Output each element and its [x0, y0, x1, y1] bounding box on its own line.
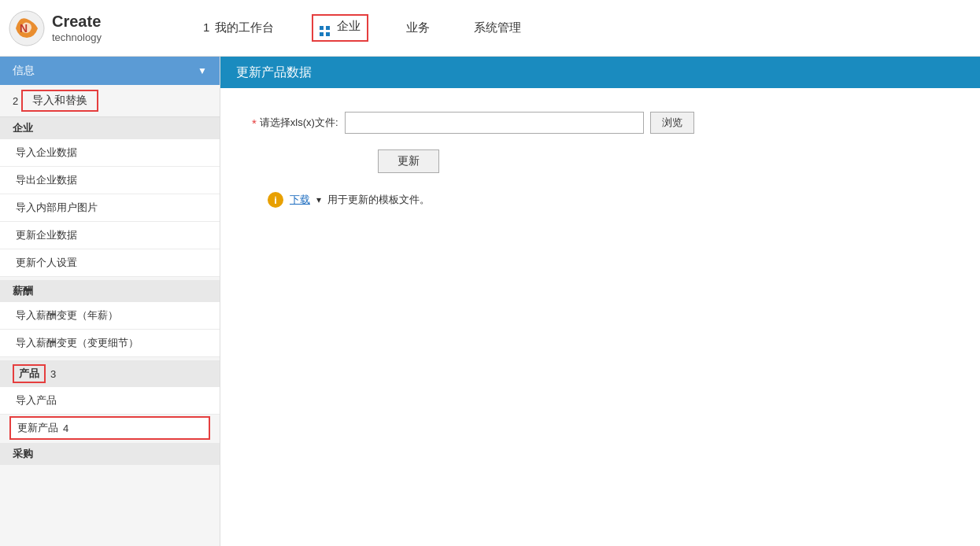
- import-switch-section: 2 导入和替换: [0, 85, 220, 117]
- info-icon: i: [268, 192, 283, 208]
- section-product-number: 3: [50, 368, 56, 380]
- import-switch-number: 2: [13, 95, 18, 107]
- nav-system[interactable]: 系统管理: [468, 17, 527, 39]
- workbench-label: 我的工作台: [215, 20, 274, 34]
- nav-workbench[interactable]: 1 我的工作台: [197, 17, 280, 39]
- sidebar-header-label: 信息: [13, 64, 35, 78]
- download-row: i 下载 ▾ 用于更新的模板文件。: [268, 192, 949, 208]
- nav-enterprise[interactable]: 企业: [312, 14, 368, 42]
- svg-text:N: N: [20, 22, 28, 35]
- sidebar-header: 信息 ▼: [0, 57, 220, 85]
- logo-create-text: Create: [52, 11, 102, 31]
- nav-items: 1 我的工作台 企业 业务 系统管理: [197, 14, 527, 42]
- sidebar-item-import-enterprise[interactable]: 导入企业数据: [0, 139, 220, 167]
- content-body: * 请选择xls(x)文件: 浏览 更新 i 下载: [220, 88, 980, 546]
- content-title: 更新产品数据: [236, 65, 312, 81]
- sidebar-item-import-salary-annual[interactable]: 导入薪酬变更（年薪）: [0, 302, 220, 330]
- download-description: 用于更新的模板文件。: [327, 193, 430, 207]
- sidebar-dropdown-icon[interactable]: ▼: [198, 65, 207, 76]
- logo-technology-text: technology: [52, 31, 102, 45]
- file-label: 请选择xls(x)文件:: [260, 116, 338, 130]
- section-enterprise-row: 企业: [0, 117, 220, 139]
- workbench-number: 1: [203, 20, 209, 34]
- content-header: 更新产品数据: [220, 57, 980, 88]
- section-salary-row: 薪酬: [0, 280, 220, 302]
- sidebar-item-update-enterprise[interactable]: 更新企业数据: [0, 222, 220, 249]
- sidebar-item-import-salary-detail[interactable]: 导入薪酬变更（变更细节）: [0, 330, 220, 357]
- download-arrow-icon[interactable]: ▾: [316, 194, 321, 205]
- required-star: *: [252, 116, 257, 130]
- section-product-row: 产品 3: [0, 360, 220, 387]
- main-layout: 信息 ▼ 2 导入和替换 企业 导入企业数据 导出企业数据 导入内部用户图片 更…: [0, 57, 980, 546]
- section-product-label: 产品: [13, 364, 46, 383]
- content-area: 更新产品数据 * 请选择xls(x)文件: 浏览 更新 i: [220, 57, 980, 546]
- sidebar-item-import-user-pics[interactable]: 导入内部用户图片: [0, 194, 220, 222]
- browse-button[interactable]: 浏览: [650, 112, 694, 134]
- section-purchase-row: 采购: [0, 443, 220, 465]
- grid-icon: [320, 26, 331, 37]
- section-purchase-label: 采购: [13, 447, 33, 461]
- section-enterprise-label: 企业: [13, 121, 33, 135]
- logo-icon: N: [8, 9, 46, 47]
- logo-area: N Create technology: [8, 9, 181, 47]
- top-nav: N Create technology 1 我的工作台 企业 业务 系统管理: [0, 0, 980, 57]
- file-select-row: * 请选择xls(x)文件: 浏览: [252, 112, 949, 134]
- sidebar-item-update-product[interactable]: 更新产品 4: [9, 416, 210, 440]
- sidebar: 信息 ▼ 2 导入和替换 企业 导入企业数据 导出企业数据 导入内部用户图片 更…: [0, 57, 220, 546]
- sidebar-item-export-enterprise[interactable]: 导出企业数据: [0, 167, 220, 194]
- file-input[interactable]: [345, 112, 644, 134]
- section-salary-label: 薪酬: [13, 284, 33, 298]
- sidebar-item-update-personal[interactable]: 更新个人设置: [0, 249, 220, 277]
- sidebar-item-import-product[interactable]: 导入产品: [0, 387, 220, 415]
- enterprise-label: 企业: [337, 19, 361, 32]
- download-link[interactable]: 下载: [290, 193, 310, 207]
- update-button[interactable]: 更新: [378, 149, 439, 173]
- nav-business[interactable]: 业务: [400, 17, 436, 39]
- logo-text: Create technology: [52, 11, 102, 45]
- update-btn-row: 更新: [378, 149, 949, 173]
- system-label: 系统管理: [474, 20, 521, 34]
- business-label: 业务: [406, 20, 430, 34]
- import-switch-label[interactable]: 导入和替换: [21, 90, 98, 112]
